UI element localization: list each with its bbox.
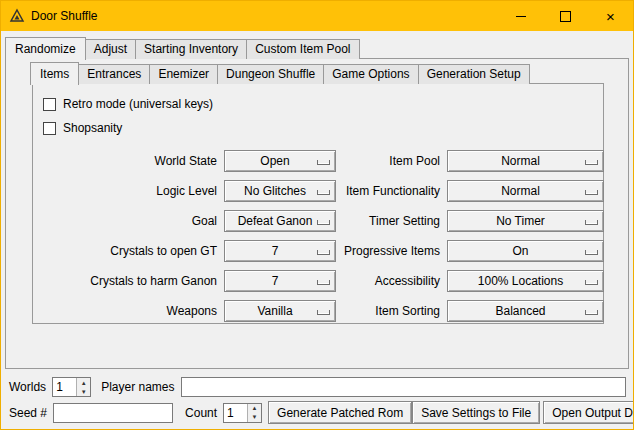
count-spinbox[interactable]: 1 ▲ ▼: [223, 403, 262, 423]
tab-starting-inventory[interactable]: Starting Inventory: [135, 39, 247, 59]
logic-level-label: Logic Level: [39, 184, 217, 198]
minimize-icon: [516, 16, 526, 17]
options-form: World State Open Item Pool Normal Logic …: [39, 150, 603, 322]
item-sorting-label: Item Sorting: [343, 304, 440, 318]
world-state-label: World State: [39, 154, 217, 168]
client-area: Randomize Adjust Starting Inventory Cust…: [1, 31, 633, 429]
maximize-button[interactable]: [543, 1, 588, 31]
close-button[interactable]: ×: [588, 1, 633, 31]
worlds-spin-up-icon[interactable]: ▲: [77, 378, 90, 387]
randomize-pane: Items Entrances Enemizer Dungeon Shuffle…: [5, 58, 629, 369]
item-sorting-dropdown[interactable]: Balanced: [447, 300, 604, 322]
dropdown-indicator-icon: [317, 250, 330, 255]
dropdown-indicator-icon: [585, 250, 598, 255]
tab-entrances[interactable]: Entrances: [78, 64, 150, 84]
close-icon: ×: [606, 9, 615, 24]
dropdown-indicator-icon: [317, 160, 330, 165]
item-pool-label: Item Pool: [343, 154, 440, 168]
crystals-gt-dropdown[interactable]: 7: [224, 240, 336, 262]
titlebar: Door Shuffle ×: [1, 1, 633, 31]
retro-mode-label: Retro mode (universal keys): [63, 97, 213, 111]
tab-items[interactable]: Items: [30, 62, 79, 85]
count-spin-up-icon[interactable]: ▲: [248, 404, 261, 413]
dropdown-indicator-icon: [585, 190, 598, 195]
maximize-icon: [560, 11, 571, 22]
window-controls: ×: [498, 1, 633, 31]
open-output-directory-button[interactable]: Open Output Directory: [543, 401, 634, 424]
crystals-gt-label: Crystals to open GT: [39, 244, 217, 258]
tab-dungeon-shuffle[interactable]: Dungeon Shuffle: [217, 64, 324, 84]
retro-mode-checkbox-row: Retro mode (universal keys): [39, 92, 603, 116]
goal-dropdown[interactable]: Defeat Ganon: [224, 210, 336, 232]
items-pane: Retro mode (universal keys) Shopsanity W…: [32, 83, 604, 324]
shopsanity-label: Shopsanity: [63, 121, 122, 135]
worlds-spinbox[interactable]: 1 ▲ ▼: [52, 377, 91, 397]
dropdown-indicator-icon: [585, 310, 598, 315]
tab-adjust[interactable]: Adjust: [85, 39, 136, 59]
dropdown-indicator-icon: [317, 190, 330, 195]
tab-randomize[interactable]: Randomize: [5, 37, 86, 60]
timer-setting-dropdown[interactable]: No Timer: [447, 210, 604, 232]
shopsanity-checkbox-row: Shopsanity: [39, 116, 603, 140]
accessibility-label: Accessibility: [343, 274, 440, 288]
dropdown-indicator-icon: [585, 220, 598, 225]
count-spin-down-icon[interactable]: ▼: [248, 413, 261, 422]
retro-mode-checkbox[interactable]: [43, 98, 56, 111]
progressive-items-dropdown[interactable]: On: [447, 240, 604, 262]
worlds-row: Worlds 1 ▲ ▼ Player names: [9, 376, 626, 398]
logic-level-dropdown[interactable]: No Glitches: [224, 180, 336, 202]
worlds-label: Worlds: [9, 380, 46, 394]
player-names-input[interactable]: [181, 377, 627, 397]
timer-setting-label: Timer Setting: [343, 214, 440, 228]
outer-tab-bar: Randomize Adjust Starting Inventory Cust…: [5, 37, 360, 59]
seed-label: Seed #: [9, 406, 47, 420]
dropdown-indicator-icon: [585, 280, 598, 285]
app-icon: [9, 8, 25, 24]
goal-label: Goal: [39, 214, 217, 228]
crystals-ganon-dropdown[interactable]: 7: [224, 270, 336, 292]
minimize-button[interactable]: [498, 1, 543, 31]
count-label: Count: [185, 406, 217, 420]
tab-generation-setup[interactable]: Generation Setup: [418, 64, 530, 84]
tab-custom-item-pool[interactable]: Custom Item Pool: [246, 39, 359, 59]
player-names-label: Player names: [101, 380, 174, 394]
crystals-ganon-label: Crystals to harm Ganon: [39, 274, 217, 288]
worlds-spin-down-icon[interactable]: ▼: [77, 387, 90, 396]
item-functionality-label: Item Functionality: [343, 184, 440, 198]
weapons-dropdown[interactable]: Vanilla: [224, 300, 336, 322]
accessibility-dropdown[interactable]: 100% Locations: [447, 270, 604, 292]
tab-game-options[interactable]: Game Options: [323, 64, 418, 84]
dropdown-indicator-icon: [317, 220, 330, 225]
inner-tab-bar: Items Entrances Enemizer Dungeon Shuffle…: [30, 62, 530, 84]
shopsanity-checkbox[interactable]: [43, 122, 56, 135]
weapons-label: Weapons: [39, 304, 217, 318]
seed-input[interactable]: [53, 403, 173, 423]
save-settings-button[interactable]: Save Settings to File: [412, 401, 540, 424]
progressive-items-label: Progressive Items: [343, 244, 440, 258]
item-functionality-dropdown[interactable]: Normal: [447, 180, 604, 202]
generate-patched-rom-button[interactable]: Generate Patched Rom: [268, 401, 412, 424]
dropdown-indicator-icon: [585, 160, 598, 165]
window-title: Door Shuffle: [31, 9, 98, 23]
world-state-dropdown[interactable]: Open: [224, 150, 336, 172]
seed-row: Seed # Count 1 ▲ ▼ Generate Patched Rom …: [9, 401, 626, 424]
dropdown-indicator-icon: [317, 310, 330, 315]
item-pool-dropdown[interactable]: Normal: [447, 150, 604, 172]
dropdown-indicator-icon: [317, 280, 330, 285]
app-window: Door Shuffle × Randomize Adjust Starting…: [0, 0, 634, 430]
bottom-bar: Worlds 1 ▲ ▼ Player names Seed #: [1, 373, 633, 429]
tab-enemizer[interactable]: Enemizer: [149, 64, 218, 84]
